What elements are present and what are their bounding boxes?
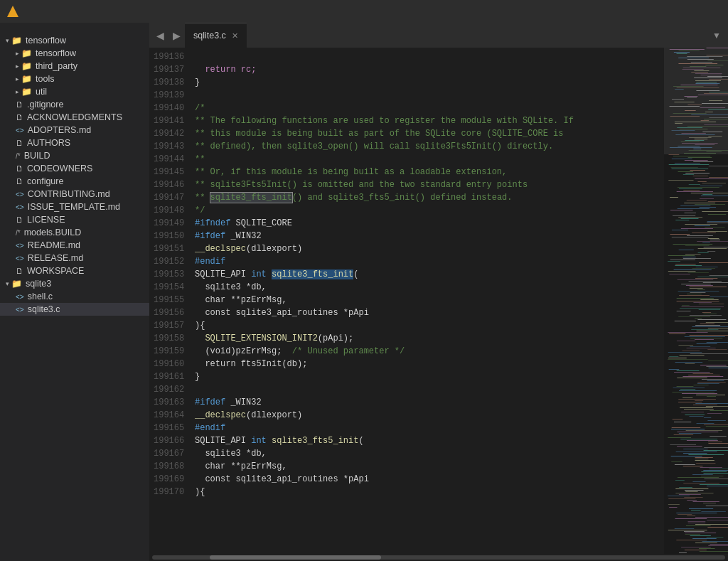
sidebar-item-workspace[interactable]: 🗋WORKSPACE (0, 265, 149, 277)
code-line-199152: #endif (195, 255, 664, 268)
minimap[interactable] (664, 48, 728, 554)
folder-chevron-tf-root[interactable] (6, 37, 9, 44)
sidebar-item-tf-sub[interactable]: 📁tensorflow (0, 47, 149, 60)
line-num-199147: 199147 (154, 191, 183, 204)
line-num-199139: 199139 (154, 89, 183, 102)
sidebar-item-shell_c[interactable]: <>shell.c (0, 290, 149, 303)
token: (dllexport) (246, 410, 302, 420)
folder-chevron-util[interactable] (16, 88, 19, 95)
line-num-199167: 199167 (154, 447, 183, 460)
sidebar-item-util[interactable]: 📁util (0, 85, 149, 98)
token: #endif (195, 423, 225, 433)
md-icon-release: <> (16, 255, 24, 262)
token: return rc; (195, 65, 256, 75)
sidebar-item-tools[interactable]: 📁tools (0, 73, 149, 85)
code-line-199157: ){ (195, 319, 664, 332)
code-line-199145: ** Or, if this module is being built as … (195, 166, 664, 178)
line-num-199146: 199146 (154, 178, 183, 191)
sidebar-item-release[interactable]: <>RELEASE.md (0, 252, 149, 265)
folder-chevron-sqlite3-root[interactable] (6, 280, 9, 287)
sidebar-label-contributing: CONTRIBUTING.md (28, 189, 110, 199)
token: #ifdef (195, 397, 225, 407)
code-line-199158: SQLITE_EXTENSION_INIT2(pApi); (195, 332, 664, 345)
code-line-199162 (195, 383, 664, 396)
token: _WIN32 (225, 231, 261, 241)
token: ){ (195, 487, 205, 497)
sidebar-label-readme: README.md (28, 240, 80, 250)
code-line-199148: */ (195, 204, 664, 217)
file-icon-license: 🗋 (16, 215, 23, 224)
nav-back-arrow[interactable]: ◀ (152, 30, 168, 41)
sidebar-item-contributing[interactable]: <>CONTRIBUTING.md (0, 188, 149, 201)
token: ** (195, 154, 205, 164)
code-line-199138: } (195, 76, 664, 89)
token: ** sqlite3Fts5Init() is omitted and the … (195, 180, 528, 190)
editor-area: ◀ ▶ sqlite3.c ✕ ▼ 1991361991371991381991… (149, 23, 728, 561)
sidebar-item-configure[interactable]: 🗋configure (0, 175, 149, 188)
token: () and sqlite3_fts5_init() defined inste… (292, 193, 513, 203)
line-num-199151: 199151 (154, 242, 183, 255)
folder-icon-third_party: 📁 (21, 61, 32, 71)
sidebar-item-sqlite3-root[interactable]: 📁sqlite3 (0, 277, 149, 290)
folder-chevron-tf-sub[interactable] (16, 50, 19, 57)
token: SQLITE_API (195, 436, 246, 446)
sidebar-header (0, 23, 149, 34)
bottom-scroll-track[interactable] (152, 555, 725, 560)
sidebar-content[interactable]: 📁tensorflow📁tensorflow📁third_party📁tools… (0, 34, 149, 550)
line-num-199152: 199152 (154, 255, 183, 268)
sidebar-item-tf-root[interactable]: 📁tensorflow (0, 34, 149, 47)
sidebar-item-license[interactable]: 🗋LICENSE (0, 213, 149, 226)
code-line-199169: const sqlite3_api_routines *pApi (195, 473, 664, 486)
file-icon-acknowledgments: 🗋 (16, 113, 23, 122)
sidebar-label-issue_template: ISSUE_TEMPLATE.md (28, 202, 120, 212)
sidebar-label-adopters: ADOPTERS.md (28, 125, 92, 135)
code-line-199137: return rc; (195, 63, 664, 76)
folder-icon-tools: 📁 (21, 74, 32, 84)
token: SQLITE_EXTENSION_INIT2 (195, 333, 318, 343)
code-content[interactable]: return rc;} /*** The following functions… (191, 48, 664, 554)
sidebar-label-third_party: third_party (36, 61, 77, 71)
folder-chevron-third_party[interactable] (16, 63, 19, 70)
sidebar-item-codeowners[interactable]: 🗋CODEOWNERS (0, 162, 149, 175)
token: (pApi); (318, 333, 353, 343)
sidebar: 📁tensorflow📁tensorflow📁third_party📁tools… (0, 23, 149, 561)
token: ** Or, if this module is being built as … (195, 167, 507, 177)
sidebar-item-authors[interactable]: 🗋AUTHORS (0, 137, 149, 149)
sidebar-item-readme[interactable]: <>README.md (0, 239, 149, 252)
app-icon (7, 6, 18, 17)
sidebar-item-models_build[interactable]: /*models.BUILD (0, 226, 149, 239)
code-line-199150: #ifdef _WIN32 (195, 230, 664, 242)
sidebar-item-adopters[interactable]: <>ADOPTERS.md (0, 124, 149, 137)
sidebar-item-acknowledgments[interactable]: 🗋ACKNOWLEDGMENTS (0, 111, 149, 124)
tab-sqlite3c[interactable]: sqlite3.c ✕ (185, 23, 247, 48)
token: (void)pzErrMsg; (195, 346, 292, 356)
title-bar (0, 0, 728, 23)
line-num-199169: 199169 (154, 473, 183, 486)
code-line-199146: ** sqlite3Fts5Init() is omitted and the … (195, 178, 664, 191)
token: (dllexport) (246, 244, 302, 254)
bottom-scroll-thumb[interactable] (210, 555, 382, 560)
sidebar-item-third_party[interactable]: 📁third_party (0, 60, 149, 73)
line-numbers: 1991361991371991381991391991401991411991… (149, 48, 191, 554)
sidebar-label-tf-root: tensorflow (26, 36, 66, 46)
code-line-199149: #ifndef SQLITE_CORE (195, 217, 664, 230)
sidebar-item-gitignore[interactable]: 🗋.gitignore (0, 98, 149, 111)
code-line-199154: sqlite3 *db, (195, 281, 664, 294)
line-num-199159: 199159 (154, 345, 183, 358)
sidebar-item-build[interactable]: /*BUILD (0, 149, 149, 162)
bottom-scrollbar[interactable] (149, 554, 728, 561)
line-num-199170: 199170 (154, 486, 183, 498)
code-line-199163: #ifdef _WIN32 (195, 396, 664, 409)
sidebar-item-issue_template[interactable]: <>ISSUE_TEMPLATE.md (0, 201, 149, 213)
line-num-199168: 199168 (154, 460, 183, 473)
tab-overflow-button[interactable]: ▼ (705, 31, 728, 41)
sidebar-label-license: LICENSE (27, 215, 65, 225)
token: __declspec (195, 244, 246, 254)
folder-chevron-tools[interactable] (16, 75, 19, 82)
sidebar-label-models_build: models.BUILD (24, 228, 82, 237)
nav-forward-arrow[interactable]: ▶ (168, 30, 185, 41)
code-line-199170: ){ (195, 486, 664, 498)
token: char **pzErrMsg, (195, 461, 287, 471)
sidebar-item-sqlite3_c[interactable]: <>sqlite3.c (0, 303, 149, 316)
tab-close-button[interactable]: ✕ (232, 31, 238, 41)
